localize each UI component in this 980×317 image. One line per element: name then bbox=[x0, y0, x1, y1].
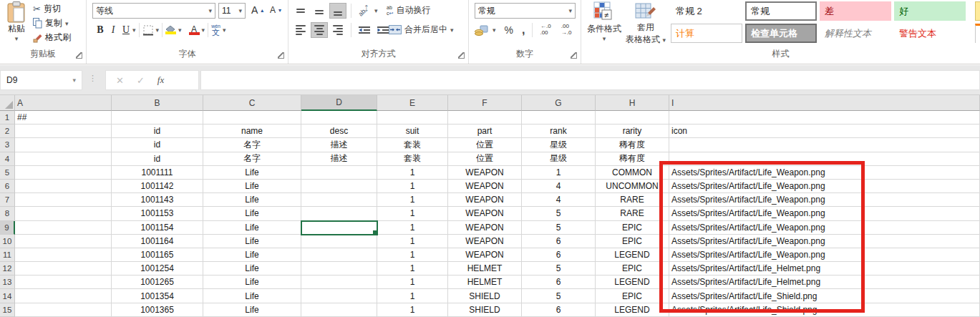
cell-H2[interactable]: rarity bbox=[596, 125, 669, 138]
format-as-table-button[interactable]: 套用 表格格式 ▾ bbox=[624, 1, 667, 46]
align-middle-button[interactable] bbox=[311, 3, 328, 19]
cell-A2[interactable] bbox=[15, 125, 112, 138]
name-box-dropdown-icon[interactable]: ▾ bbox=[72, 77, 76, 84]
cell-C12[interactable]: Life bbox=[203, 262, 301, 275]
confirm-icon[interactable]: ✓ bbox=[137, 75, 145, 86]
cell-G5[interactable]: 1 bbox=[522, 166, 596, 180]
cell-F12[interactable]: HELMET bbox=[448, 262, 522, 275]
cell-H9[interactable]: EPIC bbox=[596, 221, 669, 235]
bold-button[interactable]: B bbox=[94, 24, 107, 36]
cell-A15[interactable] bbox=[15, 303, 112, 317]
cell-G8[interactable]: 5 bbox=[522, 207, 596, 220]
cell-F10[interactable]: WEAPON bbox=[448, 235, 522, 248]
row-header-7[interactable]: 7 bbox=[0, 193, 15, 207]
cell-G13[interactable]: 6 bbox=[522, 275, 596, 289]
merge-center-button[interactable]: 合并后居中 ▾ bbox=[389, 24, 454, 36]
cell-I8[interactable]: Assets/Sprites/Artifact/Life_Weapon.png bbox=[669, 207, 980, 220]
cell-D9[interactable] bbox=[301, 221, 377, 235]
cell-C5[interactable]: Life bbox=[203, 166, 301, 180]
style-cell-check[interactable]: 检查单元格 bbox=[745, 24, 817, 43]
cell-I13[interactable]: Assets/Sprites/Artifact/Life_Helmet.png bbox=[669, 275, 980, 289]
style-cell-good[interactable]: 好 bbox=[894, 1, 966, 21]
align-bottom-button[interactable] bbox=[329, 3, 346, 19]
cell-A4[interactable] bbox=[15, 152, 112, 166]
percent-style-button[interactable]: % bbox=[505, 24, 513, 36]
cell-F2[interactable]: part bbox=[448, 125, 522, 138]
cell-B2[interactable]: id bbox=[112, 125, 203, 138]
style-cell-explanatory[interactable]: 解释性文本 bbox=[820, 24, 891, 43]
cell-G12[interactable]: 5 bbox=[522, 262, 596, 275]
cell-D6[interactable] bbox=[301, 180, 377, 193]
cell-E11[interactable]: 1 bbox=[377, 248, 448, 262]
font-color-button[interactable]: A bbox=[189, 25, 200, 35]
cell-E1[interactable] bbox=[377, 111, 448, 125]
cell-C3[interactable]: 名字 bbox=[203, 138, 301, 152]
cell-G7[interactable]: 4 bbox=[522, 193, 596, 207]
fill-color-dropdown-icon[interactable]: ▾ bbox=[178, 26, 182, 34]
formula-input[interactable] bbox=[200, 70, 980, 90]
cell-A8[interactable] bbox=[15, 207, 112, 220]
cell-C6[interactable]: Life bbox=[203, 180, 301, 193]
borders-icon[interactable] bbox=[142, 24, 154, 36]
accounting-dropdown-icon[interactable]: ▾ bbox=[493, 26, 496, 34]
cell-E7[interactable]: 1 bbox=[377, 193, 448, 207]
cell-A1[interactable]: ## bbox=[15, 111, 112, 125]
cell-G4[interactable]: 星级 bbox=[522, 152, 596, 166]
cell-B3[interactable]: id bbox=[112, 138, 203, 152]
number-dialog-launcher-icon[interactable] bbox=[571, 52, 577, 59]
paste-button[interactable]: 粘贴 ▾ bbox=[3, 1, 30, 46]
cell-H14[interactable]: EPIC bbox=[596, 289, 669, 303]
clipboard-dialog-launcher-icon[interactable] bbox=[76, 52, 82, 59]
orientation-button[interactable]: ab⤢ bbox=[356, 3, 373, 19]
row-header-12[interactable]: 12 bbox=[0, 262, 15, 275]
cell-D10[interactable] bbox=[301, 235, 377, 248]
cell-B5[interactable]: 1001111 bbox=[112, 166, 203, 180]
formula-bar-divider[interactable]: ⋮ bbox=[89, 74, 97, 83]
row-header-4[interactable]: 4 bbox=[0, 152, 15, 166]
cell-H8[interactable]: RARE bbox=[596, 207, 669, 220]
cell-D15[interactable] bbox=[301, 303, 377, 317]
cell-H13[interactable]: LEGEND bbox=[596, 275, 669, 289]
cell-E2[interactable]: suit bbox=[377, 125, 448, 138]
accounting-format-icon[interactable] bbox=[475, 25, 488, 36]
cell-G10[interactable]: 6 bbox=[522, 235, 596, 248]
cell-E6[interactable]: 1 bbox=[377, 180, 448, 193]
paste-dropdown-icon[interactable]: ▾ bbox=[3, 35, 30, 42]
cell-B6[interactable]: 1001142 bbox=[112, 180, 203, 193]
decrease-indent-button[interactable] bbox=[356, 22, 373, 38]
cell-I11[interactable]: Assets/Sprites/Artifact/Life_Weapon.png bbox=[669, 248, 980, 262]
cell-E3[interactable]: 套装 bbox=[377, 138, 448, 152]
cell-C2[interactable]: name bbox=[203, 125, 301, 138]
row-header-8[interactable]: 8 bbox=[0, 207, 15, 220]
cell-E12[interactable]: 1 bbox=[377, 262, 448, 275]
style-cell-normal2[interactable]: 常规 2 bbox=[671, 1, 742, 21]
format-painter-button[interactable]: 格式刷 bbox=[33, 31, 71, 44]
cell-C14[interactable]: Life bbox=[203, 289, 301, 303]
cell-A10[interactable] bbox=[15, 235, 112, 248]
column-header-I[interactable]: I bbox=[669, 95, 980, 111]
cell-B14[interactable]: 1001354 bbox=[112, 289, 203, 303]
cell-H12[interactable]: EPIC bbox=[596, 262, 669, 275]
cell-A5[interactable] bbox=[15, 166, 112, 180]
row-header-5[interactable]: 5 bbox=[0, 166, 15, 180]
row-header-3[interactable]: 3 bbox=[0, 138, 15, 152]
font-dialog-launcher-icon[interactable] bbox=[278, 52, 284, 59]
cell-B4[interactable]: id bbox=[112, 152, 203, 166]
cell-B10[interactable]: 1001164 bbox=[112, 235, 203, 248]
column-header-E[interactable]: E bbox=[377, 95, 448, 111]
style-cell-normal[interactable]: 常规 bbox=[745, 1, 817, 21]
cell-C9[interactable]: Life bbox=[203, 221, 301, 235]
cell-H4[interactable]: 稀有度 bbox=[596, 152, 669, 166]
cell-D7[interactable] bbox=[301, 193, 377, 207]
cell-I14[interactable]: Assets/Sprites/Artifact/Life_Shield.png bbox=[669, 289, 980, 303]
cell-C11[interactable]: Life bbox=[203, 248, 301, 262]
row-header-13[interactable]: 13 bbox=[0, 275, 15, 289]
cell-A12[interactable] bbox=[15, 262, 112, 275]
borders-dropdown-icon[interactable]: ▾ bbox=[156, 26, 160, 34]
cell-B13[interactable]: 1001265 bbox=[112, 275, 203, 289]
row-header-1[interactable]: 1 bbox=[0, 111, 15, 125]
style-cell-bad[interactable]: 差 bbox=[820, 1, 891, 21]
cell-C4[interactable]: 名字 bbox=[203, 152, 301, 166]
column-header-A[interactable]: A bbox=[15, 95, 112, 111]
cell-H3[interactable]: 稀有度 bbox=[596, 138, 669, 152]
